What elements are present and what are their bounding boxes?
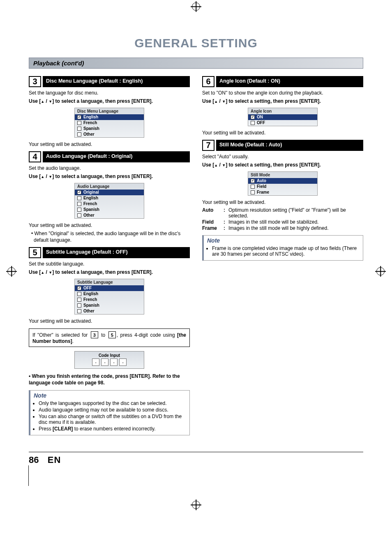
up-arrow-icon <box>41 98 44 104</box>
checkmark-icon <box>251 115 255 119</box>
osd-item: French <box>75 201 144 207</box>
step-5-intro: Set the subtitle language. <box>29 261 190 267</box>
step-ref-5: 5 <box>108 331 116 338</box>
note-item: You can also change or switch off the su… <box>39 414 186 425</box>
osd-item-selected: Auto <box>248 178 317 184</box>
step-4-title: Audio Language (Default : Original) <box>43 151 190 162</box>
checkbox-icon <box>77 196 81 200</box>
osd-item: French <box>75 120 144 126</box>
note-item: Frame is one completed video image made … <box>212 245 360 257</box>
step-6-number: 6 <box>202 76 214 87</box>
osd-item-selected: ON <box>248 114 317 120</box>
step-7-header: 7 Still Mode (Default : Auto) <box>202 140 363 151</box>
down-arrow-icon <box>222 162 226 168</box>
osd-item: Other <box>75 308 144 314</box>
checkmark-icon <box>77 286 81 290</box>
code-digit: - <box>119 358 127 366</box>
osd-item-selected: OFF <box>75 285 144 291</box>
step-ref-3: 3 <box>91 331 98 338</box>
step-5-outro: Your setting will be activated. <box>29 318 190 324</box>
osd-item: Spanish <box>75 303 144 308</box>
checkmark-icon <box>77 115 81 119</box>
right-column: 6 Angle Icon (Default : ON) Set to "ON" … <box>202 73 363 439</box>
step-5-number: 5 <box>29 247 41 258</box>
code-input-title: Code Input <box>75 352 144 358</box>
note-block-right: Note Frame is one completed video image … <box>202 235 363 261</box>
code-digit: - <box>101 358 108 366</box>
angle-icon-osd: Angle Icon ON OFF <box>248 108 318 126</box>
step-3-title: Disc Menu Language (Default : English) <box>43 76 190 87</box>
checkmark-icon <box>251 179 255 183</box>
note-item: Audio language setting may not be availa… <box>39 407 186 413</box>
audio-language-osd: Audio Language Original English French S… <box>74 183 144 219</box>
register-mark-top <box>192 2 200 11</box>
checkbox-icon <box>77 127 81 131</box>
subtitle-language-osd: Subtitle Language OFF English French Spa… <box>74 279 144 314</box>
note-item: Press [CLEAR] to erase numbers entered i… <box>39 426 186 432</box>
down-arrow-icon <box>48 173 52 179</box>
section-header: Playback (cont'd) <box>29 58 363 69</box>
step-3-outro: Your setting will be activated. <box>29 141 190 148</box>
osd-item: English <box>75 195 144 201</box>
code-digit: - <box>110 358 118 366</box>
step-3-intro: Set the language for disc menu. <box>29 90 190 96</box>
note-heading: Note <box>204 236 363 244</box>
def-row: Frame: Images in the still mode will be … <box>202 225 363 231</box>
osd-item: Spanish <box>75 126 144 132</box>
left-column: 3 Disc Menu Language (Default : English)… <box>29 73 190 439</box>
osd-item: Frame <box>248 190 317 195</box>
up-arrow-icon <box>214 162 218 168</box>
after-code-instruction: • When you finish entering the code, pre… <box>29 373 190 386</box>
checkbox-icon <box>251 121 255 125</box>
page-number: 86 <box>29 455 39 465</box>
page-footer: 86 EN <box>29 452 363 486</box>
checkbox-icon <box>77 303 81 308</box>
down-arrow-icon <box>48 98 52 104</box>
osd-title: Subtitle Language <box>75 279 144 285</box>
down-arrow-icon <box>48 269 52 275</box>
step-7-title: Still Mode (Default : Auto) <box>216 140 363 151</box>
osd-item-selected: Original <box>75 190 144 195</box>
step-4-instruction: Use [ / ] to select a language, then pre… <box>29 173 190 180</box>
step-6-header: 6 Angle Icon (Default : ON) <box>202 76 363 87</box>
osd-item: Field <box>248 184 317 190</box>
step-5-instruction: Use [ / ] to select a language, then pre… <box>29 269 190 275</box>
checkbox-icon <box>77 309 81 313</box>
note-item: Only the languages supported by the disc… <box>39 400 186 406</box>
osd-title: Angle Icon <box>248 108 317 114</box>
step-4-intro: Set the audio language. <box>29 165 190 171</box>
def-row: Field: Images in the still mode will be … <box>202 219 363 225</box>
disc-menu-language-osd: Disc Menu Language English French Spanis… <box>74 108 144 138</box>
code-input-osd: Code Input - - - - <box>74 351 144 369</box>
step-4-header: 4 Audio Language (Default : Original) <box>29 151 190 162</box>
osd-item: French <box>75 297 144 303</box>
step-4-number: 4 <box>29 151 41 162</box>
step-6-intro: Set to "ON" to show the angle icon durin… <box>202 90 363 96</box>
checkbox-icon <box>251 185 255 189</box>
checkbox-icon <box>77 213 81 217</box>
step-5-header: 5 Subtitle Language (Default : OFF) <box>29 247 190 258</box>
def-row: Auto: Optimum resolution setting ("Field… <box>202 207 363 219</box>
code-digit: - <box>92 358 99 366</box>
osd-item: English <box>75 291 144 297</box>
checkbox-icon <box>77 202 81 206</box>
osd-item: Spanish <box>75 207 144 213</box>
page-title: GENERAL SETTING <box>29 36 363 50</box>
checkbox-icon <box>77 121 81 125</box>
step-3-number: 3 <box>29 76 41 87</box>
step-7-outro: Your setting will be activated. <box>202 199 363 206</box>
osd-item: OFF <box>248 120 317 126</box>
register-mark-bottom <box>192 501 200 509</box>
checkbox-icon <box>251 190 255 194</box>
osd-title: Still Mode <box>248 172 317 178</box>
step-4-bullet: • When "Original" is selected, the audio… <box>31 230 190 243</box>
checkmark-icon <box>77 190 81 194</box>
step-6-outro: Your setting will be activated. <box>202 130 363 136</box>
step-6-instruction: Use [ / ] to select a setting, then pres… <box>202 98 363 104</box>
note-block-left: Note Only the languages supported by the… <box>29 390 190 435</box>
up-arrow-icon <box>214 98 218 104</box>
page-language: EN <box>48 455 61 465</box>
still-mode-definitions: Auto: Optimum resolution setting ("Field… <box>202 207 363 231</box>
note-heading: Note <box>30 391 189 399</box>
osd-title: Audio Language <box>75 183 144 190</box>
